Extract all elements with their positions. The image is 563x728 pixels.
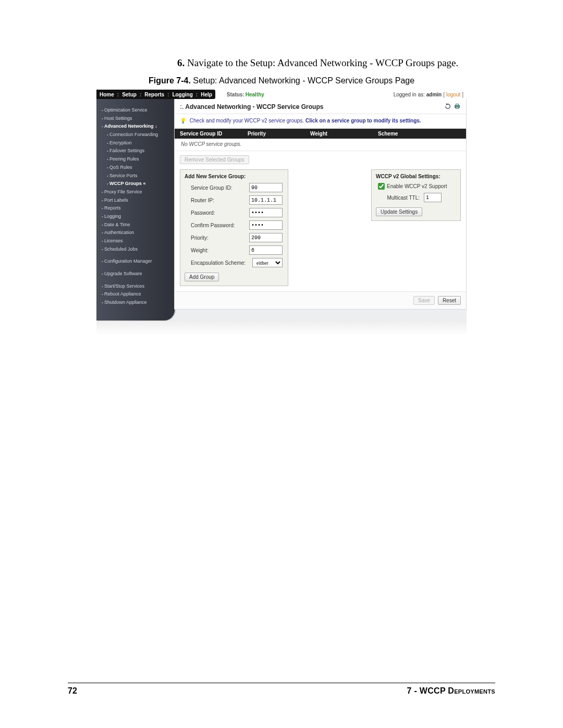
sidebar-item[interactable]: Reports (100, 204, 173, 213)
nav-tab-setup[interactable]: Setup (122, 91, 137, 98)
router-ip-input[interactable] (249, 195, 283, 205)
sidebar-item[interactable]: Peering Rules (100, 155, 173, 164)
grid-empty-text: No WCCP service groups. (175, 139, 466, 151)
enable-wccp-label: Enable WCCP v2 Support (387, 183, 447, 190)
status-value: Healthy (246, 91, 264, 98)
login-user: admin (426, 91, 442, 98)
enable-wccp-checkbox[interactable] (378, 183, 385, 190)
step-line: 6. Navigate to the Setup: Advanced Netwo… (177, 57, 495, 69)
main-panel: Advanced Networking - WCCP Service Group… (174, 99, 467, 310)
lightbulb-icon: 💡 (180, 118, 186, 124)
update-settings-button[interactable]: Update Settings (376, 207, 422, 216)
sgid-label: Service Group ID: (191, 184, 245, 191)
confirm-password-input[interactable] (249, 220, 283, 230)
global-panel-title: WCCP v2 Global Settings: (372, 170, 460, 182)
confirm-password-label: Confirm Password: (191, 222, 245, 229)
figure-label: Figure 7-4. (149, 76, 191, 85)
encap-select[interactable]: either (252, 258, 283, 267)
step-number: 6. (177, 57, 185, 68)
sidebar-item[interactable]: Shutdown Appliance (100, 299, 173, 307)
nav-tabs: Home: Setup: Reports: Logging: Help (96, 90, 215, 99)
sidebar-item[interactable]: Encryption (100, 139, 173, 147)
nav-tab-help[interactable]: Help (201, 91, 212, 98)
sidebar-item[interactable]: Host Settings (100, 115, 173, 123)
password-input[interactable] (249, 208, 283, 217)
col-scheme: Scheme (378, 130, 456, 137)
multicast-ttl-label: Multicast TTL: (378, 194, 420, 201)
weight-label: Weight: (191, 247, 245, 254)
svg-rect-2 (456, 107, 458, 109)
print-icon[interactable] (454, 103, 461, 112)
svg-rect-1 (456, 104, 458, 106)
sidebar: Optimization Service Host Settings Advan… (96, 99, 175, 320)
save-button: Save (413, 296, 435, 305)
chapter-title: 7 - WCCP Deployments (407, 686, 496, 696)
sidebar-item-advanced-networking[interactable]: Advanced Networking (100, 122, 173, 131)
document-footer: 72 7 - WCCP Deployments (68, 683, 495, 696)
screenshot-shadow (96, 320, 467, 335)
sidebar-item-wccp-groups[interactable]: WCCP Groups (100, 180, 173, 188)
reset-button[interactable]: Reset (438, 296, 461, 305)
multicast-ttl-input[interactable] (424, 193, 442, 202)
nav-tab-home[interactable]: Home (100, 91, 114, 98)
add-panel-title: Add New Service Group: (180, 170, 288, 182)
status-label: Status: (227, 91, 244, 98)
grid-header: Service Group ID Priority Weight Scheme (175, 129, 466, 139)
encap-label: Encapsulation Scheme: (191, 260, 248, 266)
screenshot: Home: Setup: Reports: Logging: Help Stat… (96, 90, 467, 320)
add-new-service-group-panel: Add New Service Group: Service Group ID:… (180, 169, 288, 286)
col-weight: Weight (310, 130, 378, 137)
password-label: Password: (191, 209, 245, 216)
sidebar-item[interactable]: Start/Stop Services (100, 282, 173, 291)
step-text: Navigate to the Setup: Advanced Networki… (187, 57, 458, 68)
sidebar-item[interactable]: Failover Settings (100, 147, 173, 155)
sidebar-item[interactable]: Optimization Service (100, 106, 173, 115)
sidebar-item[interactable]: Date & Time (100, 221, 173, 229)
sidebar-item[interactable]: Service Ports (100, 172, 173, 180)
hint-text: 💡 Check and modify your WCCP v2 service … (175, 114, 466, 129)
add-group-button[interactable]: Add Group (185, 273, 219, 281)
nav-tab-reports[interactable]: Reports (144, 91, 164, 98)
col-service-group-id: Service Group ID (180, 130, 248, 137)
logout-link[interactable]: logout (446, 91, 460, 98)
priority-input[interactable] (249, 233, 283, 242)
nav-status: Status: Healthy (215, 90, 394, 99)
hint-prefix: Check and modify your WCCP v2 service gr… (190, 118, 305, 124)
hint-bold: Click on a service group to modify its s… (305, 118, 421, 124)
top-nav: Home: Setup: Reports: Logging: Help Stat… (96, 90, 467, 99)
page-icons (444, 103, 461, 112)
login-prefix: Logged in as: (394, 91, 425, 98)
sidebar-item[interactable]: Proxy File Service (100, 188, 173, 196)
nav-login: Logged in as: admin [ logout ] (394, 90, 467, 99)
sgid-input[interactable] (249, 183, 283, 192)
col-priority: Priority (248, 130, 310, 137)
sidebar-item[interactable]: Reboot Appliance (100, 290, 173, 299)
remove-selected-groups-button: Remove Selected Groups (180, 155, 249, 164)
figure-text: Setup: Advanced Networking - WCCP Servic… (193, 76, 414, 85)
sidebar-item[interactable]: Licenses (100, 237, 173, 245)
refresh-icon[interactable] (444, 103, 451, 112)
page-number: 72 (68, 686, 77, 696)
sidebar-item[interactable]: Port Labels (100, 196, 173, 205)
router-ip-label: Router IP: (191, 197, 245, 204)
sidebar-item[interactable]: Upgrade Software (100, 270, 173, 278)
sidebar-item[interactable]: Configuration Manager (100, 257, 173, 266)
sidebar-item[interactable]: Scheduled Jobs (100, 245, 173, 254)
figure-caption: Figure 7-4. Setup: Advanced Networking -… (68, 76, 495, 85)
sidebar-item[interactable]: Authentication (100, 229, 173, 237)
priority-label: Priority: (191, 235, 245, 241)
wccp-global-settings-panel: WCCP v2 Global Settings: Enable WCCP v2 … (371, 169, 461, 221)
bottom-actions: Save Reset (175, 291, 466, 309)
sidebar-item[interactable]: Connection Forwarding (100, 131, 173, 139)
nav-tab-logging[interactable]: Logging (172, 91, 192, 98)
sidebar-item[interactable]: Logging (100, 213, 173, 221)
page-title: Advanced Networking - WCCP Service Group… (180, 103, 323, 112)
sidebar-item[interactable]: QoS Rules (100, 164, 173, 172)
weight-input[interactable] (249, 245, 283, 255)
